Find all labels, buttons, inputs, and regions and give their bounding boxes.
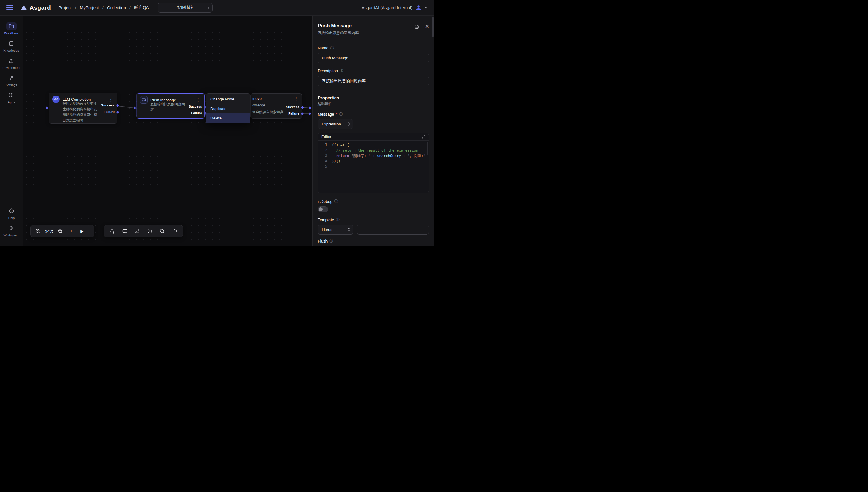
isdebug-toggle[interactable]: [318, 206, 328, 212]
run-workflow-button[interactable]: ▶: [80, 229, 83, 233]
settings-sliders-icon: [6, 74, 17, 81]
menu-item-change-node[interactable]: Change Node: [206, 94, 250, 104]
breadcrumb-item-project[interactable]: Project: [58, 5, 72, 10]
app-window: Asgard Project / MyProject / Collection …: [0, 0, 434, 246]
template-type-select[interactable]: Literal: [318, 225, 353, 235]
chat-bubble-icon[interactable]: [122, 228, 127, 233]
code-gutter: 12345: [318, 142, 330, 193]
push-message-icon: [140, 96, 148, 104]
breadcrumb-separator: /: [75, 5, 76, 10]
topbar: Asgard Project / MyProject / Collection …: [0, 0, 434, 16]
breadcrumb-item-workflow[interactable]: 飯店QA: [134, 5, 149, 10]
sidebar-item-label: Settings: [6, 83, 17, 87]
zoom-in-icon[interactable]: [58, 228, 63, 233]
description-input[interactable]: [318, 76, 429, 86]
close-panel-button[interactable]: ×: [425, 24, 429, 29]
message-type-value: Expression: [322, 122, 341, 126]
info-icon: ⓘ: [334, 199, 338, 204]
sidebar-item-label: Workflows: [4, 31, 19, 35]
edge-layer: [23, 16, 312, 246]
description-field-label: Description ⓘ: [318, 68, 429, 73]
port-success-label[interactable]: Success: [286, 105, 299, 109]
zoom-toolbar: 94% + ▶: [30, 225, 94, 238]
port-failure-label[interactable]: Failure: [289, 112, 299, 115]
save-button[interactable]: [414, 24, 419, 29]
kebab-menu-icon[interactable]: ⋮: [195, 97, 201, 103]
environment-upload-icon: [6, 57, 17, 64]
kebab-menu-icon[interactable]: ⋮: [107, 97, 114, 102]
template-field-label: Template ⓘ: [318, 217, 429, 222]
name-field-label: Name ⓘ: [318, 45, 429, 51]
node-context-menu: Change Node Duplicate Delete: [206, 93, 250, 123]
kebab-menu-icon[interactable]: ⋮: [293, 96, 299, 101]
menu-item-delete[interactable]: Delete: [206, 114, 250, 123]
editor-label: Editor: [321, 134, 331, 139]
environment-selector[interactable]: 客服情境: [157, 3, 213, 13]
account-label: AsgardAI (Asgard Internal): [362, 5, 413, 10]
sidebar-item-label: Apps: [8, 100, 15, 104]
sidebar-item-label: Workspace: [4, 233, 20, 237]
zoom-level: 94%: [45, 229, 53, 233]
page-scrollbar[interactable]: [432, 17, 434, 37]
menu-item-duplicate[interactable]: Duplicate: [206, 104, 250, 114]
swap-arrows-icon[interactable]: [134, 228, 140, 233]
environment-selector-value: 客服情境: [177, 5, 193, 10]
required-asterisk: *: [336, 112, 337, 117]
port-success-label[interactable]: Success: [189, 105, 202, 108]
breadcrumb-item-collection[interactable]: Collection: [107, 5, 126, 10]
expand-editor-icon[interactable]: [421, 134, 426, 139]
search-icon[interactable]: [159, 228, 165, 233]
node-description: 直接輸出訊息的回應內容: [150, 102, 186, 113]
panel-title: Push Message: [318, 23, 408, 29]
zoom-out-icon[interactable]: [35, 228, 41, 233]
node-properties-panel: Push Message 直接輸出訊息的回應內容 × Name ⓘ Descri…: [312, 16, 434, 246]
add-trigger-icon[interactable]: [109, 228, 115, 234]
node-llm-completion[interactable]: LLM Completion ⋮ 呼叫大型語言模型並產生結構化的資料輸出以輔助流…: [49, 93, 117, 124]
add-button[interactable]: +: [70, 228, 73, 234]
info-icon: ⓘ: [336, 217, 340, 222]
pan-move-icon[interactable]: [172, 228, 177, 233]
message-field-label: Message * ⓘ: [318, 112, 429, 117]
account-menu[interactable]: AsgardAI (Asgard Internal): [362, 5, 428, 11]
apps-grid-icon: [6, 91, 17, 99]
node-push-message[interactable]: Push Message ⋮ 直接輸出訊息的回應內容 Success Failu…: [137, 93, 205, 119]
sidebar: Workflows Knowledge Environment Settings…: [0, 16, 23, 246]
chevron-updown-icon: [206, 6, 209, 10]
knowledge-book-icon: [6, 40, 17, 47]
sidebar-item-workspace[interactable]: Workspace: [0, 224, 23, 237]
sidebar-item-knowledge[interactable]: Knowledge: [0, 40, 23, 52]
flush-field-label: Flush ⓘ: [318, 239, 429, 244]
workflow-canvas[interactable]: LLM Completion ⋮ 呼叫大型語言模型並產生結構化的資料輸出以輔助流…: [23, 16, 312, 246]
chevron-updown-icon: [347, 228, 350, 232]
info-icon: ⓘ: [340, 68, 343, 73]
code-editor-area[interactable]: 12345 (() => { // return the result of t…: [318, 141, 428, 193]
llm-completion-icon: [52, 96, 60, 103]
port-failure-label[interactable]: Failure: [104, 110, 115, 114]
port-success-label[interactable]: Success: [101, 104, 115, 107]
help-icon: ?: [6, 207, 17, 215]
properties-heading: Properties: [318, 95, 429, 100]
asgard-logo[interactable]: Asgard: [21, 4, 51, 11]
sidebar-item-workflows[interactable]: Workflows: [0, 22, 23, 35]
node-description: 呼叫大型語言模型並產生結構化的資料輸出以輔助流程的決策或生成自然語言輸出: [63, 101, 98, 123]
sidebar-item-apps[interactable]: Apps: [0, 91, 23, 104]
breadcrumb-item-myproject[interactable]: MyProject: [80, 5, 99, 10]
breadcrumb-separator: /: [102, 5, 104, 10]
name-input[interactable]: [318, 53, 429, 63]
svg-text:?: ?: [10, 209, 13, 213]
user-icon: [415, 5, 422, 11]
sidebar-item-environment[interactable]: Environment: [0, 57, 23, 70]
message-type-select[interactable]: Expression: [318, 119, 353, 129]
node-description-fragment: owledge: [252, 103, 265, 107]
hamburger-menu-icon[interactable]: [6, 5, 13, 10]
sidebar-item-settings[interactable]: Settings: [0, 74, 23, 87]
editor-scrollbar[interactable]: [426, 142, 428, 155]
isdebug-field-label: isDebug ⓘ: [318, 199, 429, 204]
template-value-input[interactable]: [357, 225, 429, 235]
sidebar-item-help[interactable]: ? Help: [0, 207, 23, 220]
port-failure-label[interactable]: Failure: [191, 111, 202, 115]
broadcast-icon[interactable]: [147, 228, 152, 233]
info-icon: ⓘ: [329, 239, 333, 244]
node-knowledge-retrieve[interactable]: trieve ⋮ owledge 過自然語言檢索知識 Success Failu…: [250, 93, 302, 119]
chevron-updown-icon: [347, 122, 350, 126]
